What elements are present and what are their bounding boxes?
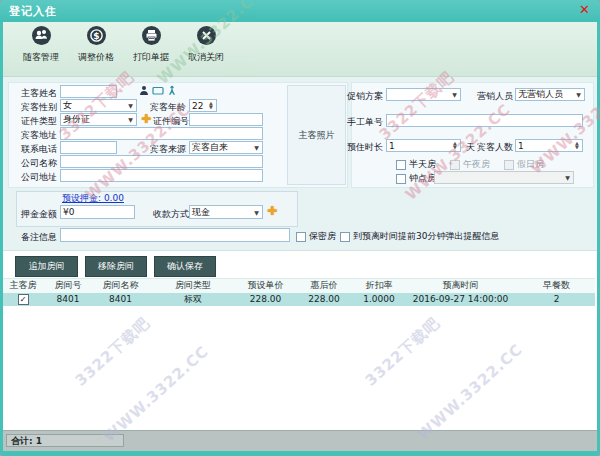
id-type-label: 证件类型 — [12, 115, 57, 128]
column-header-3[interactable]: 房间名称 — [93, 279, 148, 293]
column-header-7[interactable]: 折扣率 — [355, 279, 403, 293]
age-stepper[interactable]: 22 ▲▼ — [189, 99, 217, 112]
duration-label: 预住时长 — [347, 141, 383, 154]
marketer-label: 营销人员 — [477, 90, 513, 103]
remove-room-button[interactable]: 移除房间 — [85, 256, 147, 277]
main-room-checkbox[interactable]: ✓ — [18, 294, 29, 305]
address-label: 宾客地址 — [12, 129, 57, 142]
marketer-select[interactable]: 无营销人员▼ — [515, 88, 585, 101]
column-header-6[interactable]: 惠后价 — [293, 279, 355, 293]
guest-count-label: 宾客人数 — [477, 141, 513, 154]
walking-person-icon[interactable] — [167, 85, 177, 96]
deposit-amount-label: 押金金额 — [20, 208, 57, 221]
phone-label: 联系电话 — [12, 143, 57, 156]
checkin-window: 登记入住 ✕ 随客管理 $ 调整价格 打印单据 取消关闭 — [0, 0, 600, 456]
column-header-9[interactable]: 早餐数 — [518, 279, 595, 293]
table-cell: 1.0000 — [355, 293, 403, 306]
phone-input[interactable] — [60, 141, 117, 154]
room-table-header: 主客房房间号房间名称房间类型预设单价惠后价折扣率预离时间早餐数 — [3, 278, 595, 294]
departure-reminder-checkbox[interactable]: 到预离时间提前30分钟弹出提醒信息 — [340, 230, 499, 243]
window-title: 登记入住 — [9, 4, 57, 19]
checkbox-icon — [296, 232, 306, 242]
table-cell: 8401 — [43, 293, 93, 306]
source-select[interactable]: 宾客自来▼ — [189, 141, 263, 154]
manual-no-input[interactable] — [386, 114, 583, 127]
remark-input[interactable] — [60, 228, 290, 242]
spinner-arrows-icon[interactable]: ▲▼ — [572, 142, 582, 149]
remark-label: 备注信息 — [20, 231, 57, 244]
hourly-checkbox[interactable]: 钟点房 — [396, 172, 436, 185]
table-cell: 标双 — [148, 293, 238, 306]
add-id-icon[interactable]: ✚ — [141, 113, 151, 125]
chevron-down-icon: ▼ — [125, 116, 136, 123]
toolbar: 随客管理 $ 调整价格 打印单据 取消关闭 — [3, 22, 597, 77]
company-address-label: 公司地址 — [12, 171, 57, 184]
hourly-select[interactable]: ▼ — [434, 171, 574, 184]
manual-no-label: 手工单号 — [347, 116, 383, 129]
midnight-checkbox[interactable]: 午夜房 — [450, 158, 490, 171]
company-address-input[interactable] — [60, 169, 263, 182]
gender-label: 宾客性别 — [12, 101, 57, 114]
toolbar-button-label: 打印单据 — [126, 51, 176, 64]
company-name-input[interactable] — [60, 155, 263, 168]
chevron-down-icon: ▼ — [573, 91, 584, 98]
duration-stepper[interactable]: 1 ▲▼ — [386, 139, 461, 152]
guest-count-stepper[interactable]: 1 ▲▼ — [515, 139, 583, 152]
table-cell: 228.00 — [238, 293, 293, 306]
table-cell: 8401 — [93, 293, 148, 306]
preset-deposit-link[interactable]: 预设押金: 0.00 — [62, 192, 124, 205]
column-header-5[interactable]: 预设单价 — [238, 279, 293, 293]
spinner-arrows-icon[interactable]: ▲▼ — [450, 142, 460, 149]
checkbox-icon — [450, 160, 460, 170]
table-cell: 228.00 — [293, 293, 355, 306]
name-input[interactable] — [60, 85, 117, 98]
confirm-save-button[interactable]: 确认保存 — [154, 256, 216, 277]
column-header-1[interactable]: 主客房 — [3, 279, 43, 293]
chevron-down-icon: ▼ — [562, 174, 573, 181]
half-day-checkbox[interactable]: 半天房 — [396, 158, 436, 171]
column-header-8[interactable]: 预离时间 — [403, 279, 518, 293]
cancel-close-button[interactable]: 取消关闭 — [181, 26, 231, 72]
guest-photo-label: 主客照片 — [299, 129, 335, 142]
name-label: 主客姓名 — [12, 87, 57, 100]
column-header-2[interactable]: 房间号 — [43, 279, 93, 293]
toolbar-button-label: 取消关闭 — [181, 51, 231, 64]
promo-select[interactable]: ▼ — [386, 88, 461, 101]
guest-photo-area: 主客照片 — [287, 85, 346, 185]
promo-label: 促销方案 — [347, 90, 383, 103]
total-count: 合计: 1 — [6, 434, 124, 447]
column-header-4[interactable]: 房间类型 — [148, 279, 238, 293]
svg-text:$: $ — [93, 31, 99, 41]
payment-method-label: 收款方式 — [153, 208, 189, 221]
toolbar-button-label: 调整价格 — [71, 51, 121, 64]
id-card-icon[interactable] — [152, 85, 164, 96]
person-icon[interactable] — [139, 85, 149, 96]
id-number-input[interactable] — [189, 113, 263, 126]
add-room-button[interactable]: 追加房间 — [15, 256, 78, 277]
deposit-amount-input[interactable] — [60, 205, 135, 219]
add-payment-icon[interactable]: ✚ — [267, 205, 277, 217]
people-icon — [32, 26, 51, 45]
company-name-label: 公司名称 — [12, 157, 57, 170]
chevron-down-icon: ▼ — [251, 144, 262, 151]
close-icon[interactable]: ✕ — [579, 3, 590, 17]
name-tools — [139, 85, 177, 96]
toolbar-button-label: 随客管理 — [16, 51, 66, 64]
payment-method-select[interactable]: 现金▼ — [189, 205, 263, 219]
address-input[interactable] — [60, 127, 263, 140]
secret-room-checkbox[interactable]: 保密房 — [296, 230, 336, 243]
adjust-price-button[interactable]: $ 调整价格 — [71, 26, 121, 72]
id-type-select[interactable]: 身份证▼ — [60, 113, 137, 126]
checkbox-icon — [396, 160, 406, 170]
table-row[interactable]: ✓84018401标双228.00228.001.00002016-09-27 … — [3, 293, 595, 306]
gender-select[interactable]: 女▼ — [60, 99, 137, 112]
holiday-checkbox[interactable]: 假日房 — [504, 158, 544, 171]
print-receipt-button[interactable]: 打印单据 — [126, 26, 176, 72]
room-table-panel: 追加房间 移除房间 确认保存 主客房房间号房间名称房间类型预设单价惠后价折扣率预… — [3, 250, 597, 431]
table-cell: 2 — [518, 293, 595, 306]
spinner-arrows-icon[interactable]: ▲▼ — [206, 102, 216, 109]
companion-manage-button[interactable]: 随客管理 — [16, 26, 66, 72]
printer-icon — [142, 26, 161, 45]
checkbox-icon — [396, 174, 406, 184]
dollar-icon: $ — [87, 26, 106, 45]
